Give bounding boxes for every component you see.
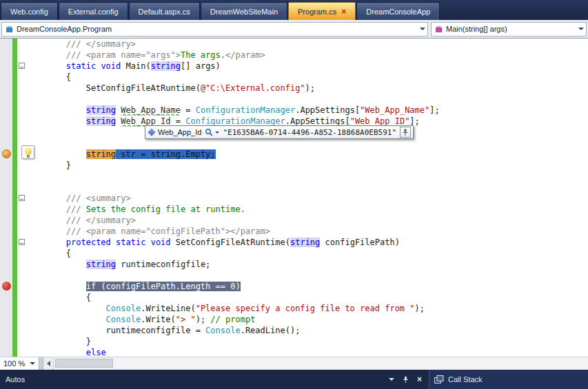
member-dropdown[interactable]: Main(string[] args) — [431, 22, 587, 36]
code-line[interactable]: Console.Write("> "); // prompt — [0, 314, 588, 325]
collapse-icon[interactable] — [19, 195, 25, 201]
breakpoint-margin[interactable] — [0, 325, 12, 336]
code-line[interactable]: } — [0, 160, 588, 171]
code-line[interactable]: SetConfigFileAtRuntime(@"C:\External.con… — [0, 83, 588, 94]
breakpoint-margin[interactable] — [0, 193, 12, 204]
fold-margin[interactable] — [17, 61, 26, 72]
breakpoint-margin[interactable] — [0, 105, 12, 116]
fold-margin — [17, 347, 26, 357]
code-line[interactable]: { — [0, 72, 588, 83]
code-line[interactable]: /// <summary> — [0, 193, 588, 204]
code-line[interactable]: Console.WriteLine("Please specify a conf… — [0, 303, 588, 314]
chevron-down-icon[interactable] — [576, 23, 586, 36]
code-line[interactable] — [0, 270, 588, 281]
horizontal-scrollbar[interactable] — [54, 357, 588, 370]
breakpoint-margin[interactable] — [0, 127, 12, 138]
breakpoint-margin[interactable] — [0, 303, 12, 314]
auto-hide-pin-icon[interactable] — [402, 376, 409, 383]
code-text — [26, 171, 588, 182]
call-stack-icon — [434, 375, 444, 383]
zoom-control[interactable]: 100 % — [0, 357, 39, 370]
code-editor[interactable]: /// </summary> /// <param name="args">Th… — [0, 39, 588, 357]
window-position-icon[interactable] — [389, 378, 394, 381]
breakpoint-margin[interactable] — [0, 237, 12, 248]
breakpoint-margin[interactable] — [0, 226, 12, 237]
datatip-variable-name: Web_App_Id — [158, 128, 201, 136]
breakpoint-margin[interactable] — [0, 149, 12, 160]
code-line[interactable]: protected static void SetConfigFileAtRun… — [0, 237, 588, 248]
fold-margin — [17, 336, 26, 347]
code-line[interactable]: /// Sets the config file at runtime. — [0, 204, 588, 215]
close-panel-icon[interactable]: × — [417, 376, 422, 383]
code-line[interactable]: } — [0, 336, 588, 347]
scroll-left-button[interactable] — [43, 357, 54, 370]
text-visualizer-icon[interactable] — [205, 128, 219, 137]
tab-program-cs[interactable]: Program.cs× — [288, 2, 356, 20]
collapse-icon[interactable] — [19, 63, 25, 69]
breakpoint-margin[interactable] — [0, 116, 12, 127]
debugger-datatip[interactable]: Web_App_Id "E1635BA6-0714-4496-A852-1886… — [145, 125, 414, 139]
breakpoint-icon[interactable] — [2, 282, 11, 291]
code-line[interactable]: /// </summary> — [0, 39, 588, 50]
code-line[interactable]: { — [0, 292, 588, 303]
breakpoint-margin[interactable] — [0, 171, 12, 182]
tab-dreamconsoleapp[interactable]: DreamConsoleApp — [356, 2, 440, 20]
breakpoint-margin[interactable] — [0, 50, 12, 61]
breakpoint-margin[interactable] — [0, 39, 12, 50]
chevron-down-icon[interactable] — [417, 23, 427, 36]
scrollbar-thumb[interactable] — [55, 359, 113, 368]
code-text: /// <param name="args">The args.</param> — [26, 50, 588, 61]
fold-margin[interactable] — [17, 237, 26, 248]
autos-panel-title: Autos — [6, 375, 25, 383]
breakpoint-margin[interactable] — [0, 270, 12, 281]
change-tracking-bar — [12, 116, 17, 127]
smart-tag-lightbulb-icon[interactable] — [21, 145, 34, 159]
breakpoint-margin[interactable] — [0, 259, 12, 270]
breakpoint-margin[interactable] — [0, 336, 12, 347]
breakpoint-margin[interactable] — [0, 182, 12, 193]
code-line[interactable]: string str = string.Empty; — [0, 149, 588, 160]
breakpoint-margin[interactable] — [0, 160, 12, 171]
member-dropdown-label: Main(string[] args) — [446, 25, 572, 33]
type-dropdown[interactable]: DreamConsoleApp.Program — [1, 22, 428, 36]
code-line[interactable] — [0, 138, 588, 149]
code-text: /// <summary> — [26, 193, 588, 204]
code-line[interactable]: /// </summary> — [0, 215, 588, 226]
code-line[interactable]: string Web_App_Name = ConfigurationManag… — [0, 105, 588, 116]
code-line[interactable]: /// <param name="configFilePath"></param… — [0, 226, 588, 237]
close-tab-icon[interactable]: × — [341, 8, 346, 15]
breakpoint-margin[interactable] — [0, 94, 12, 105]
breakpoint-margin[interactable] — [0, 138, 12, 149]
code-line[interactable] — [0, 94, 588, 105]
callstack-panel-tab[interactable]: Call Stack — [429, 370, 588, 389]
tab-web-config[interactable]: Web.config — [1, 2, 58, 20]
code-line[interactable]: { — [0, 248, 588, 259]
breakpoint-margin[interactable] — [0, 248, 12, 259]
code-line[interactable] — [0, 171, 588, 182]
breakpoint-margin[interactable] — [0, 72, 12, 83]
autos-panel-header[interactable]: Autos × — [0, 370, 429, 389]
tab-default-aspx-cs[interactable]: Default.aspx.cs — [129, 2, 200, 20]
collapse-icon[interactable] — [19, 239, 25, 245]
code-line[interactable]: runtimeconfigfile = Console.ReadLine(); — [0, 325, 588, 336]
pin-datatip-icon[interactable] — [400, 127, 411, 138]
code-line[interactable]: else — [0, 347, 588, 357]
code-line[interactable]: if (configFilePath.Length == 0) — [0, 281, 588, 292]
tab-dreamwebsitemain[interactable]: DreamWebSiteMain — [201, 2, 287, 20]
code-line[interactable] — [0, 182, 588, 193]
code-lines: /// </summary> /// <param name="args">Th… — [0, 39, 588, 357]
breakpoint-margin[interactable] — [0, 61, 12, 72]
tab-external-config[interactable]: External.config — [59, 2, 128, 20]
code-line[interactable]: string runtimeconfigfile; — [0, 259, 588, 270]
fold-margin[interactable] — [17, 193, 26, 204]
breakpoint-margin[interactable] — [0, 204, 12, 215]
tracepoint-icon[interactable] — [2, 149, 11, 158]
breakpoint-margin[interactable] — [0, 215, 12, 226]
breakpoint-margin[interactable] — [0, 83, 12, 94]
breakpoint-margin[interactable] — [0, 347, 12, 357]
breakpoint-margin[interactable] — [0, 281, 12, 292]
breakpoint-margin[interactable] — [0, 314, 12, 325]
code-line[interactable]: /// <param name="args">The args.</param> — [0, 50, 588, 61]
code-line[interactable]: static void Main(string[] args) — [0, 61, 588, 72]
breakpoint-margin[interactable] — [0, 292, 12, 303]
